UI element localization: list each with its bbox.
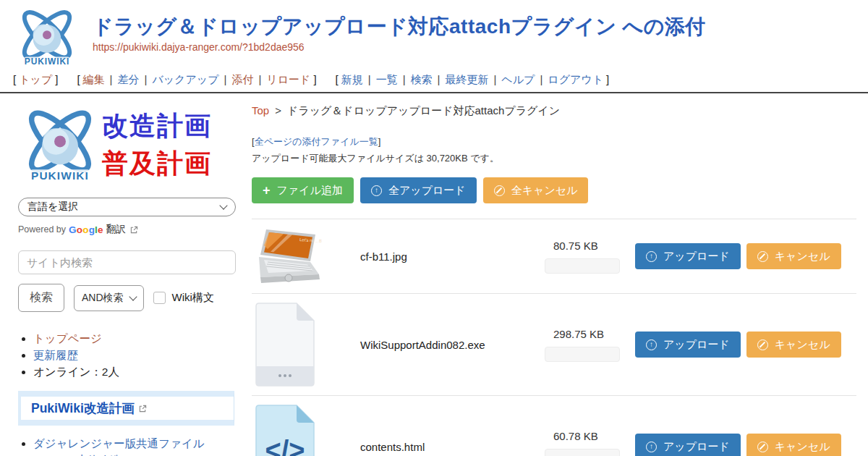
- nav-item-search[interactable]: 検索: [411, 73, 433, 85]
- all-pages-attach-list-link[interactable]: 全ページの添付ファイル一覧: [255, 136, 378, 147]
- file-name: cf-b11.jpg: [360, 250, 545, 263]
- nav-separator: |: [368, 73, 371, 85]
- search-mode-select[interactable]: AND検索: [74, 285, 144, 311]
- sidebar-item-common-files[interactable]: ダジャレンジャー版共通ファイル: [33, 437, 205, 449]
- list-item: トップページ: [33, 331, 239, 347]
- nav-item-backup[interactable]: バックアップ: [152, 73, 218, 85]
- cancel-button[interactable]: キャンセル: [746, 332, 841, 358]
- project-box-link[interactable]: PukiWiki改造計画: [31, 401, 135, 415]
- nav-item-reload[interactable]: リロード: [266, 73, 310, 85]
- wiki-syntax-checkbox[interactable]: [153, 292, 166, 304]
- add-file-button[interactable]: + ファイル追加: [252, 177, 354, 203]
- generic-file-icon: [252, 300, 318, 389]
- nav-separator: |: [110, 73, 113, 85]
- size-cell: 298.75 KB: [545, 328, 635, 362]
- bracket: [: [13, 73, 16, 85]
- bracket: [: [336, 73, 339, 85]
- sidebar-item-top-page[interactable]: トップページ: [33, 332, 102, 345]
- code-glyph: </>: [265, 435, 305, 456]
- nav-item-help[interactable]: ヘルプ: [501, 73, 535, 85]
- search-mode-value: AND検索: [82, 292, 124, 305]
- nav-separator: |: [540, 73, 542, 85]
- banner-line1: 改造計画: [102, 107, 212, 145]
- size-cell: 80.75 KB: [545, 240, 635, 274]
- nav-separator: |: [224, 73, 227, 85]
- list-item: ダジャレンジャー版共通ファイル: [33, 436, 239, 452]
- row-actions: ↑ アップロード キャンセル: [635, 434, 841, 456]
- file-row: Let's no…B cf-b11.jpg 80.75 KB ↑: [252, 219, 856, 294]
- upload-icon: ↑: [646, 251, 657, 262]
- laptop-photo-thumbnail: Let's no…B: [252, 225, 324, 287]
- nav-item-top[interactable]: トップ: [19, 73, 52, 85]
- thumbnail-cell: Let's no…B: [252, 225, 360, 287]
- nav-group-page: [編集|差分|バックアップ|添付|リロード]: [74, 73, 319, 85]
- upload-toolbar: + ファイル追加 ↑ 全アップロード 全キャンセル: [252, 177, 856, 203]
- google-translate-attribution: Powered by Google 翻訳: [18, 223, 239, 236]
- nav-item-list[interactable]: 一覧: [376, 73, 398, 85]
- nav-group-top: [トップ]: [10, 73, 61, 85]
- nav-item-recent[interactable]: 最終更新: [445, 73, 488, 85]
- cancel-icon: [494, 185, 505, 196]
- file-row: </> contents.html 60.78 KB ↑ アップロード キャンセ…: [252, 396, 856, 456]
- upload-icon: ↑: [371, 185, 382, 196]
- nav-item-attach[interactable]: 添付: [231, 73, 253, 85]
- sidebar-project-box: PukiWiki改造計画: [18, 391, 234, 426]
- cancel-button[interactable]: キャンセル: [746, 243, 841, 269]
- html-code-file-icon: </>: [252, 402, 318, 456]
- upload-all-button[interactable]: ↑ 全アップロード: [360, 177, 477, 203]
- bracket: ]: [55, 73, 58, 85]
- file-size: 298.75 KB: [553, 328, 635, 340]
- sidebar-links-plugins: ダジャレンジャー版共通ファイル PukiWiki本体改造 PukiWikiテキス…: [18, 436, 239, 456]
- cancel-button[interactable]: キャンセル: [746, 434, 841, 456]
- row-actions: ↑ アップロード キャンセル: [635, 243, 841, 269]
- upload-all-label: 全アップロード: [388, 184, 466, 197]
- sidebar-links-primary: トップページ 更新履歴 オンライン：2人: [18, 331, 239, 380]
- external-link-icon: [139, 405, 147, 413]
- page-header: PUKIWIKI ドラッグ＆ドロップアップロード対応attachプラグイン への…: [0, 0, 868, 69]
- pukiwiki-atom-logo[interactable]: PUKIWIKI: [10, 3, 84, 69]
- cancel-icon: [757, 339, 768, 350]
- chevron-down-icon: [129, 292, 137, 300]
- upload-button[interactable]: ↑ アップロード: [635, 434, 741, 456]
- nav-separator: |: [144, 73, 147, 85]
- file-name: WikiSupportAddin082.exe: [360, 339, 545, 351]
- sidebar-item-update-history[interactable]: 更新履歴: [33, 349, 78, 361]
- breadcrumb-separator: >: [275, 104, 281, 117]
- nav-item-logout[interactable]: ログアウト: [548, 73, 603, 85]
- translate-link[interactable]: 翻訳: [106, 223, 126, 236]
- list-item: PukiWiki本体改造: [33, 452, 239, 456]
- site-search-input[interactable]: [18, 250, 236, 274]
- nav-item-diff[interactable]: 差分: [117, 73, 139, 85]
- thumbnail-cell: </>: [252, 402, 360, 456]
- upload-button[interactable]: ↑ アップロード: [635, 243, 741, 269]
- cancel-all-button[interactable]: 全キャンセル: [483, 177, 589, 203]
- nav-item-new[interactable]: 新規: [341, 73, 363, 85]
- main-content: Top>ドラッグ＆ドロップアップロード対応attachプラグイン [全ページの添…: [242, 93, 868, 456]
- powered-by-label: Powered by: [18, 224, 66, 235]
- upload-button[interactable]: ↑ アップロード: [635, 332, 741, 358]
- nav-item-edit[interactable]: 編集: [83, 73, 105, 85]
- page-url-link[interactable]: https://pukiwiki.dajya-ranger.com/?1bd2d…: [93, 41, 305, 53]
- breadcrumb: Top>ドラッグ＆ドロップアップロード対応attachプラグイン: [252, 104, 856, 118]
- bracket: ]: [378, 136, 381, 147]
- list-item: 更新履歴: [33, 347, 239, 363]
- attach-file-list-line: [全ページの添付ファイル一覧]: [252, 135, 856, 148]
- sidebar-banner[interactable]: PUKIWIKI 改造計画 普及計画: [18, 104, 239, 186]
- list-item: オンライン：2人: [33, 364, 239, 380]
- cancel-all-label: 全キャンセル: [511, 184, 578, 197]
- max-upload-size-text: アップロード可能最大ファイルサイズは 30,720KB です。: [252, 152, 856, 165]
- cancel-icon: [757, 442, 768, 452]
- upload-icon: ↑: [646, 442, 657, 452]
- thumbnail-cell: [252, 300, 360, 389]
- progress-bar: [545, 258, 620, 274]
- nav-separator: |: [258, 73, 261, 85]
- google-logo: Google: [69, 224, 103, 235]
- row-actions: ↑ アップロード キャンセル: [635, 332, 841, 358]
- language-select[interactable]: 言語を選択: [18, 198, 236, 216]
- breadcrumb-home-link[interactable]: Top: [252, 104, 269, 117]
- banner-line2: 普及計画: [102, 145, 212, 182]
- progress-bar: [545, 347, 620, 362]
- cancel-icon: [757, 251, 768, 262]
- file-size: 80.75 KB: [553, 240, 635, 252]
- search-button[interactable]: 検索: [18, 284, 64, 312]
